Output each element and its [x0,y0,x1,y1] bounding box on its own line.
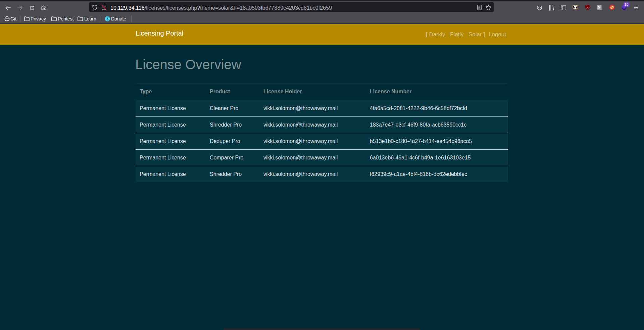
svg-text:S: S [598,5,600,9]
svg-text:UO: UO [586,6,589,9]
